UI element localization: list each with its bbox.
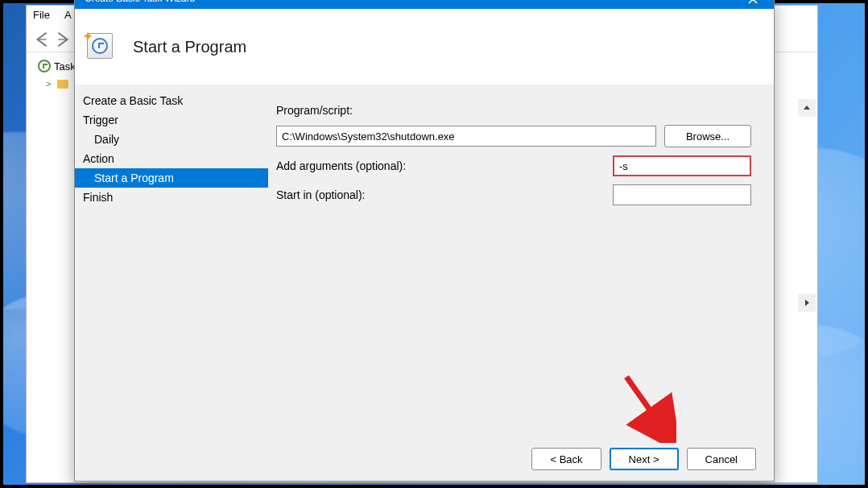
wizard-footer: < Back Next > Cancel	[75, 437, 774, 481]
sidebar-item-action[interactable]: Action	[75, 149, 268, 168]
wizard-header: ✦ Start a Program	[75, 9, 774, 85]
program-script-input-row: Browse...	[276, 125, 751, 147]
arguments-input[interactable]	[613, 155, 751, 176]
back-arrow-icon[interactable]	[33, 31, 51, 48]
close-icon[interactable]	[734, 0, 771, 6]
wizard-sidebar: Create a Basic Task Trigger Daily Action…	[75, 85, 268, 437]
tree-root-label: Task	[54, 60, 76, 72]
wizard-form: Program/script: Browse... Add arguments …	[268, 85, 774, 437]
scrollbar-up-button[interactable]	[798, 99, 816, 117]
startin-label: Start in (optional):	[276, 188, 613, 201]
back-button[interactable]: < Back	[531, 448, 601, 470]
sidebar-item-daily[interactable]: Daily	[75, 130, 268, 149]
expander-icon[interactable]: >	[46, 79, 54, 89]
sidebar-item-start-program[interactable]: Start a Program	[75, 168, 268, 188]
wizard-header-icon: ✦	[85, 31, 117, 63]
wizard-body: Create a Basic Task Trigger Daily Action…	[75, 85, 774, 437]
wizard-header-title: Start a Program	[133, 38, 246, 56]
folder-icon	[57, 80, 68, 89]
clock-icon	[38, 60, 51, 72]
program-script-label: Program/script:	[276, 104, 405, 117]
sidebar-item-finish[interactable]: Finish	[75, 188, 268, 207]
sidebar-item-trigger[interactable]: Trigger	[75, 110, 268, 130]
program-script-input[interactable]	[276, 126, 656, 147]
scrollbar-right-button[interactable]	[798, 294, 816, 312]
create-basic-task-wizard: Create Basic Task Wizard ✦ Start a Progr…	[74, 0, 775, 482]
menu-file[interactable]: File	[33, 9, 50, 23]
next-button[interactable]: Next >	[610, 448, 679, 470]
startin-input[interactable]	[613, 184, 751, 205]
sidebar-item-create-basic-task[interactable]: Create a Basic Task	[75, 91, 268, 110]
browse-button[interactable]: Browse...	[664, 125, 751, 147]
wizard-titlebar: Create Basic Task Wizard	[75, 0, 774, 9]
wizard-title: Create Basic Task Wizard	[85, 0, 734, 4]
program-script-row: Program/script:	[276, 104, 751, 117]
cancel-button[interactable]: Cancel	[687, 448, 756, 470]
arguments-row: Add arguments (optional):	[276, 155, 751, 176]
menu-action-truncated[interactable]: A	[64, 9, 72, 23]
forward-arrow-icon[interactable]	[54, 31, 72, 48]
startin-row: Start in (optional):	[276, 184, 751, 205]
arguments-label: Add arguments (optional):	[276, 159, 613, 172]
